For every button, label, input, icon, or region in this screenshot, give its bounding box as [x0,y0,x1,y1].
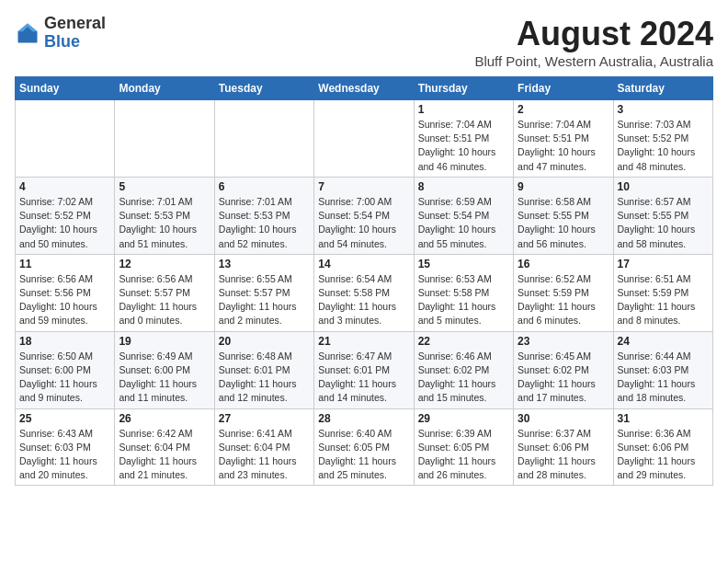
day-number: 26 [119,412,210,425]
day-detail: Sunrise: 6:56 AMSunset: 5:57 PMDaylight:… [119,272,210,328]
day-number: 10 [618,180,709,193]
day-detail: Sunrise: 6:59 AMSunset: 5:54 PMDaylight:… [418,195,509,251]
day-detail: Sunrise: 7:04 AMSunset: 5:51 PMDaylight:… [518,118,609,174]
day-number: 7 [318,180,409,193]
day-number: 9 [518,180,609,193]
calendar-cell: 31Sunrise: 6:36 AMSunset: 6:06 PMDayligh… [613,408,712,486]
calendar-cell: 12Sunrise: 6:56 AMSunset: 5:57 PMDayligh… [115,254,214,331]
calendar-header-friday: Friday [514,77,613,100]
page-header: General Blue August 2024 Bluff Point, We… [15,15,713,69]
day-number: 15 [418,258,509,270]
calendar-cell: 25Sunrise: 6:43 AMSunset: 6:03 PMDayligh… [16,408,115,486]
calendar-cell: 23Sunrise: 6:45 AMSunset: 6:02 PMDayligh… [514,331,613,408]
calendar-cell: 6Sunrise: 7:01 AMSunset: 5:53 PMDaylight… [214,177,313,254]
calendar-week-row: 4Sunrise: 7:02 AMSunset: 5:52 PMDaylight… [16,177,713,254]
day-detail: Sunrise: 6:43 AMSunset: 6:03 PMDaylight:… [19,427,110,483]
day-detail: Sunrise: 6:54 AMSunset: 5:58 PMDaylight:… [318,272,409,328]
day-detail: Sunrise: 6:46 AMSunset: 6:02 PMDaylight:… [418,350,509,406]
calendar-cell: 11Sunrise: 6:56 AMSunset: 5:56 PMDayligh… [16,254,115,331]
logo-text: General Blue [44,15,106,52]
calendar-cell: 21Sunrise: 6:47 AMSunset: 6:01 PMDayligh… [314,331,414,408]
day-number: 1 [418,103,509,116]
day-number: 14 [318,258,409,270]
day-detail: Sunrise: 6:44 AMSunset: 6:03 PMDaylight:… [618,350,709,406]
title-block: August 2024 Bluff Point, Western Austral… [474,15,713,69]
day-detail: Sunrise: 6:45 AMSunset: 6:02 PMDaylight:… [518,350,609,406]
calendar-cell: 15Sunrise: 6:53 AMSunset: 5:58 PMDayligh… [414,254,513,331]
calendar-cell [314,100,414,178]
day-number: 6 [219,180,310,193]
day-number: 24 [618,335,709,348]
day-detail: Sunrise: 6:42 AMSunset: 6:04 PMDaylight:… [119,427,210,483]
day-detail: Sunrise: 6:50 AMSunset: 6:00 PMDaylight:… [19,350,110,406]
calendar-cell: 4Sunrise: 7:02 AMSunset: 5:52 PMDaylight… [16,177,115,254]
day-number: 8 [418,180,509,193]
day-number: 12 [119,258,210,270]
day-detail: Sunrise: 6:57 AMSunset: 5:55 PMDaylight:… [618,195,709,251]
day-detail: Sunrise: 7:02 AMSunset: 5:52 PMDaylight:… [19,195,110,251]
day-detail: Sunrise: 6:48 AMSunset: 6:01 PMDaylight:… [219,350,310,406]
calendar-cell: 28Sunrise: 6:40 AMSunset: 6:05 PMDayligh… [314,408,414,486]
day-detail: Sunrise: 6:53 AMSunset: 5:58 PMDaylight:… [418,272,509,328]
calendar-cell: 26Sunrise: 6:42 AMSunset: 6:04 PMDayligh… [115,408,214,486]
calendar-cell: 2Sunrise: 7:04 AMSunset: 5:51 PMDaylight… [514,100,613,178]
day-detail: Sunrise: 6:41 AMSunset: 6:04 PMDaylight:… [219,427,310,483]
day-detail: Sunrise: 7:04 AMSunset: 5:51 PMDaylight:… [418,118,509,174]
day-number: 28 [318,412,409,425]
logo-general: General [44,14,106,32]
calendar-cell: 27Sunrise: 6:41 AMSunset: 6:04 PMDayligh… [214,408,313,486]
calendar-cell [115,100,214,178]
day-number: 3 [618,103,709,116]
day-detail: Sunrise: 6:40 AMSunset: 6:05 PMDaylight:… [318,427,409,483]
day-number: 18 [19,335,110,348]
calendar-header-saturday: Saturday [613,77,712,100]
day-number: 20 [219,335,310,348]
calendar-cell [16,100,115,178]
day-number: 4 [19,180,110,193]
calendar-week-row: 18Sunrise: 6:50 AMSunset: 6:00 PMDayligh… [16,331,713,408]
calendar-cell: 14Sunrise: 6:54 AMSunset: 5:58 PMDayligh… [314,254,414,331]
calendar-cell: 13Sunrise: 6:55 AMSunset: 5:57 PMDayligh… [214,254,313,331]
calendar-cell: 10Sunrise: 6:57 AMSunset: 5:55 PMDayligh… [613,177,712,254]
calendar-week-row: 1Sunrise: 7:04 AMSunset: 5:51 PMDaylight… [16,100,713,178]
calendar-header-thursday: Thursday [414,77,513,100]
day-number: 31 [618,412,709,425]
calendar-cell: 9Sunrise: 6:58 AMSunset: 5:55 PMDaylight… [514,177,613,254]
calendar-cell [214,100,313,178]
day-number: 27 [219,412,310,425]
day-number: 11 [19,258,110,270]
calendar-header-monday: Monday [115,77,214,100]
day-number: 30 [518,412,609,425]
day-detail: Sunrise: 6:55 AMSunset: 5:57 PMDaylight:… [219,272,310,328]
calendar-table: SundayMondayTuesdayWednesdayThursdayFrid… [15,76,713,486]
day-number: 29 [418,412,509,425]
day-detail: Sunrise: 6:56 AMSunset: 5:56 PMDaylight:… [19,272,110,328]
calendar-week-row: 11Sunrise: 6:56 AMSunset: 5:56 PMDayligh… [16,254,713,331]
logo-blue: Blue [44,32,80,51]
calendar-cell: 30Sunrise: 6:37 AMSunset: 6:06 PMDayligh… [514,408,613,486]
calendar-cell: 18Sunrise: 6:50 AMSunset: 6:00 PMDayligh… [16,331,115,408]
calendar-header-row: SundayMondayTuesdayWednesdayThursdayFrid… [16,77,713,100]
day-number: 25 [19,412,110,425]
calendar-cell: 8Sunrise: 6:59 AMSunset: 5:54 PMDaylight… [414,177,513,254]
logo-icon [15,20,40,46]
day-number: 16 [518,258,609,270]
day-detail: Sunrise: 7:01 AMSunset: 5:53 PMDaylight:… [219,195,310,251]
day-number: 21 [318,335,409,348]
calendar-cell: 29Sunrise: 6:39 AMSunset: 6:05 PMDayligh… [414,408,513,486]
calendar-cell: 16Sunrise: 6:52 AMSunset: 5:59 PMDayligh… [514,254,613,331]
day-detail: Sunrise: 7:01 AMSunset: 5:53 PMDaylight:… [119,195,210,251]
day-number: 5 [119,180,210,193]
day-detail: Sunrise: 6:37 AMSunset: 6:06 PMDaylight:… [518,427,609,483]
day-detail: Sunrise: 6:49 AMSunset: 6:00 PMDaylight:… [119,350,210,406]
day-detail: Sunrise: 6:52 AMSunset: 5:59 PMDaylight:… [518,272,609,328]
logo: General Blue [15,15,106,52]
calendar-header-wednesday: Wednesday [314,77,414,100]
calendar-cell: 17Sunrise: 6:51 AMSunset: 5:59 PMDayligh… [613,254,712,331]
day-detail: Sunrise: 7:03 AMSunset: 5:52 PMDaylight:… [618,118,709,174]
day-detail: Sunrise: 6:47 AMSunset: 6:01 PMDaylight:… [318,350,409,406]
day-number: 2 [518,103,609,116]
calendar-cell: 20Sunrise: 6:48 AMSunset: 6:01 PMDayligh… [214,331,313,408]
calendar-header-sunday: Sunday [16,77,115,100]
day-number: 23 [518,335,609,348]
